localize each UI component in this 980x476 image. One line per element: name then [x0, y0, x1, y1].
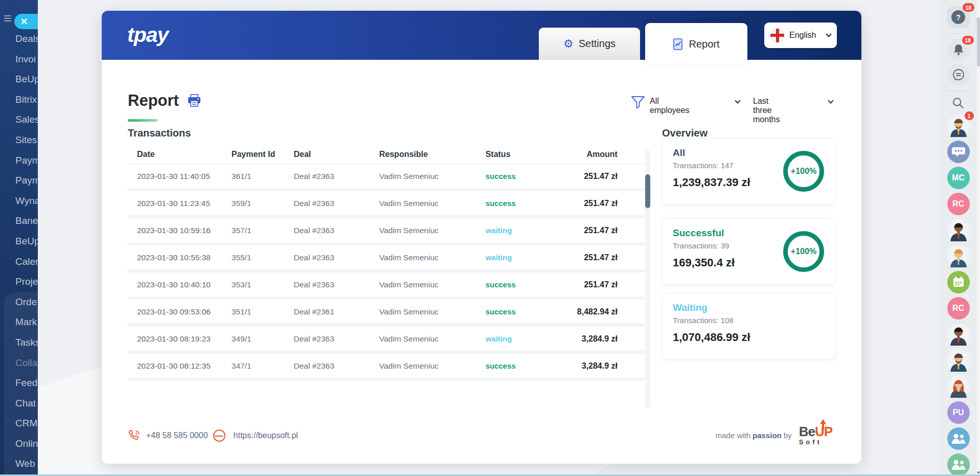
- chevron-down-icon[interactable]: [828, 98, 833, 103]
- cell-deal: Deal #2363: [293, 334, 379, 344]
- page-scrollbar[interactable]: ▼: [976, 0, 980, 476]
- tpay-header: tpay: [102, 11, 861, 60]
- page-title: Report: [128, 92, 179, 110]
- table-row: 2023-01-30 08:19:23 349/1 Deal #2363 Vad…: [128, 327, 646, 354]
- avatar-initials[interactable]: MC: [947, 167, 970, 189]
- chevron-down-icon[interactable]: [735, 98, 740, 103]
- woman-redhair-avatar: [947, 375, 970, 398]
- avatar[interactable]: [947, 323, 970, 346]
- beupsoft-logo[interactable]: BeUP Soft: [799, 426, 835, 445]
- sidebar-item-deals[interactable]: Deals: [15, 29, 38, 49]
- filter-funnel-icon: [630, 95, 646, 110]
- calendar-avatar[interactable]: [947, 271, 970, 293]
- period-filter[interactable]: Last three months: [753, 97, 780, 124]
- card-transactions-count: Transactions: 108: [673, 316, 825, 325]
- messenger-button[interactable]: [947, 64, 970, 85]
- sidebar-item-bitrix[interactable]: Bitrix: [15, 89, 38, 110]
- col-status: Status: [486, 150, 551, 159]
- sidebar-item-beup[interactable]: BeUp: [15, 69, 38, 89]
- avatar[interactable]: 1: [947, 115, 970, 137]
- change-ring: +100%: [783, 151, 824, 192]
- employees-filter[interactable]: All employees: [650, 97, 689, 115]
- cell-responsible: Vadim Semeniuc: [379, 226, 486, 235]
- tab-report[interactable]: Report: [645, 23, 747, 65]
- sidebar-item-payments-2[interactable]: Paym: [15, 170, 38, 191]
- sidebar-item-chat[interactable]: Chat: [15, 393, 38, 414]
- phone-number[interactable]: +48 58 585 0000: [146, 431, 208, 440]
- search-icon[interactable]: [951, 97, 965, 110]
- cell-amount: 251.47 zł: [550, 253, 646, 262]
- transactions-table: Date Payment Id Deal Responsible Status …: [128, 145, 646, 381]
- sidebar-item-sites[interactable]: Sites: [15, 130, 38, 150]
- cell-deal: Deal #2363: [293, 172, 379, 181]
- avatar[interactable]: [947, 219, 970, 241]
- cell-date: 2023-01-30 10:55:38: [128, 253, 232, 262]
- cell-payment-id: 351/1: [232, 307, 294, 316]
- status-badge: success: [486, 199, 551, 208]
- credit-text: made with passion by: [716, 431, 792, 440]
- overview-heading: Overview: [662, 127, 708, 139]
- chat-lines-icon: [952, 68, 965, 81]
- table-row: 2023-01-30 10:55:38 355/1 Deal #2363 Vad…: [128, 245, 646, 273]
- avatar[interactable]: [947, 349, 970, 372]
- sidebar-item-calendar[interactable]: Caler: [15, 252, 38, 272]
- menu-icon[interactable]: [4, 15, 11, 22]
- avatar-initials-text: RC: [952, 199, 964, 209]
- people-group-avatar[interactable]: [947, 427, 970, 450]
- sidebar-item-web[interactable]: Web: [15, 454, 38, 474]
- col-amount: Amount: [550, 150, 646, 159]
- language-selector[interactable]: English: [764, 22, 837, 48]
- sidebar-item-payments-1[interactable]: Paym: [15, 150, 38, 171]
- cell-deal: Deal #2363: [293, 280, 379, 289]
- tpay-logo: tpay: [127, 23, 168, 47]
- notifications-button[interactable]: 18: [947, 39, 970, 60]
- group-chat-avatar[interactable]: [947, 141, 970, 163]
- calendar-icon: [947, 271, 970, 293]
- avatar-initials[interactable]: RC: [947, 297, 970, 320]
- logo-be: Be: [799, 424, 815, 439]
- sidebar-item-wyna[interactable]: Wyna: [15, 191, 38, 211]
- cell-date: 2023-01-30 11:23:45: [128, 199, 232, 208]
- avatar-initials[interactable]: PU: [947, 401, 970, 424]
- page-scrollbar-thumb[interactable]: [977, 17, 980, 66]
- website-link[interactable]: https://beupsoft.pl: [234, 431, 298, 440]
- sidebar-item-beup-2[interactable]: BeUp: [15, 231, 38, 252]
- sidebar-item-collaboration[interactable]: Colla: [15, 353, 38, 373]
- sidebar-item-marketing[interactable]: Mark: [15, 312, 38, 332]
- people-icon: [947, 427, 970, 450]
- avatar[interactable]: [947, 375, 970, 398]
- sidebar-item-bane[interactable]: Bane: [15, 211, 38, 231]
- printer-icon[interactable]: [187, 94, 201, 108]
- col-payment-id: Payment Id: [232, 150, 294, 159]
- table-scrollbar-thumb[interactable]: [645, 174, 650, 208]
- card-title: Waiting: [673, 302, 825, 313]
- people-group-avatar[interactable]: [947, 454, 970, 476]
- cell-deal: Deal #2363: [293, 199, 379, 208]
- sidebar-item-tasks[interactable]: Tasks: [15, 332, 38, 353]
- avatar-initials[interactable]: RC: [947, 193, 970, 215]
- help-button[interactable]: ? 18: [947, 6, 970, 28]
- cell-responsible: Vadim Semeniuc: [379, 280, 486, 289]
- overview-card-successful: Successful Transactions: 39 169,350.4 zł…: [662, 218, 836, 285]
- sidebar-item-invoices[interactable]: Invoi: [15, 49, 38, 70]
- cell-date: 2023-01-30 09:53:06: [128, 307, 232, 316]
- chevron-down-icon: [826, 31, 831, 37]
- avatar-badge: 1: [965, 111, 974, 120]
- avatar[interactable]: [947, 245, 970, 267]
- table-scrollbar[interactable]: [645, 150, 650, 408]
- divider: [947, 90, 970, 91]
- sidebar-menu: Deals Invoi BeUp Bitrix Sales Sites Paym…: [15, 29, 38, 474]
- app-canvas: ✕ Deals Invoi BeUp Bitrix Sales Sites Pa…: [0, 0, 980, 476]
- close-sidebar-button[interactable]: ✕: [14, 14, 38, 29]
- cell-amount: 8,482.94 zł: [550, 307, 646, 316]
- tab-settings[interactable]: ⚙ Settings: [539, 28, 640, 60]
- notifications-badge: 18: [962, 36, 973, 44]
- sidebar-item-feed[interactable]: Feed: [15, 373, 38, 393]
- sidebar-item-crm[interactable]: CRM: [15, 413, 38, 434]
- title-underline: [128, 119, 157, 122]
- sidebar-item-projects[interactable]: Proje: [15, 271, 38, 292]
- sidebar-item-online[interactable]: Onlin: [15, 434, 38, 454]
- tab-settings-label: Settings: [579, 38, 616, 50]
- sidebar-item-sales[interactable]: Sales: [15, 109, 38, 130]
- sidebar-item-orders[interactable]: Orde: [15, 292, 38, 312]
